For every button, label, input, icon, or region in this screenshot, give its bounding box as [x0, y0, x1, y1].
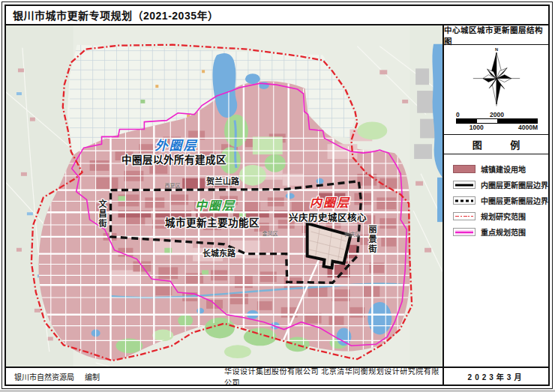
study-scope-swatch [453, 212, 476, 220]
scale-bar: 0 2000 1000 4000M [456, 111, 538, 131]
legend-item-middle-boundary: 中圈层更新圈层边界 [453, 195, 542, 206]
footer-org: 银川市自然资源局 [14, 371, 74, 382]
legend-item-inner-boundary: 内圈层更新圈层边界 [453, 179, 542, 190]
content-row: 外圈层 中圈层以外所有建成区 中圈层 城市更新主要功能区 内圈层 兴庆历史城区核… [6, 25, 548, 367]
footer-left-cell: 银川市自然资源局 编制 [6, 368, 224, 385]
footer-date-cell: 2023年3月 [442, 368, 548, 385]
compass-rose-icon: N [467, 46, 526, 108]
basemap-graphic [6, 25, 442, 367]
legend-item-urban-land: 城镇建设用地 [453, 163, 542, 175]
page-title: 银川市城市更新专项规划（2021-2035年） [13, 7, 218, 22]
compass-scale-section: N 0 2000 1000 4000M [444, 45, 548, 135]
footer-bar: 银川市自然资源局 编制 华设设计集团股份有限公司 北京清华同衡规划设计研究院有限… [6, 367, 548, 385]
compass-north-label: N [494, 47, 497, 52]
map-subtitle: 中心城区城市更新圈层结构图 [444, 25, 548, 45]
inner-boundary-swatch [453, 181, 476, 189]
scale-tick-1000: 1000 [470, 124, 484, 131]
legend-item-study-scope: 规划研究范围 [453, 211, 542, 222]
scale-tick-0: 0 [456, 111, 460, 118]
footer-role: 编制 [85, 371, 100, 382]
scale-bar-graphic [456, 118, 538, 124]
legend-list: 城镇建设用地 内圈层更新圈层边界 中圈层更新圈层边界 规划研究范围 重点规划范围 [444, 154, 548, 367]
title-bar: 银川市城市更新专项规划（2021-2035年） [6, 6, 548, 25]
map-canvas: 外圈层 中圈层以外所有建成区 中圈层 城市更新主要功能区 内圈层 兴庆历史城区核… [6, 25, 442, 367]
urban-land-swatch [453, 165, 476, 173]
scale-tick-4000: 4000M [518, 124, 538, 131]
plan-sheet-frame: 银川市城市更新专项规划（2021-2035年） [4, 4, 550, 386]
legend-item-key-scope: 重点规划范围 [453, 226, 542, 238]
info-panel: 中心城区城市更新圈层结构图 [442, 25, 548, 367]
key-scope-swatch [453, 228, 476, 236]
footer-companies: 华设设计集团股份有限公司 北京清华同衡规划设计研究院有限公司 [224, 368, 442, 385]
scale-tick-2000: 2000 [490, 111, 504, 118]
legend-header: 图 例 [444, 135, 548, 154]
middle-boundary-swatch [453, 196, 476, 205]
